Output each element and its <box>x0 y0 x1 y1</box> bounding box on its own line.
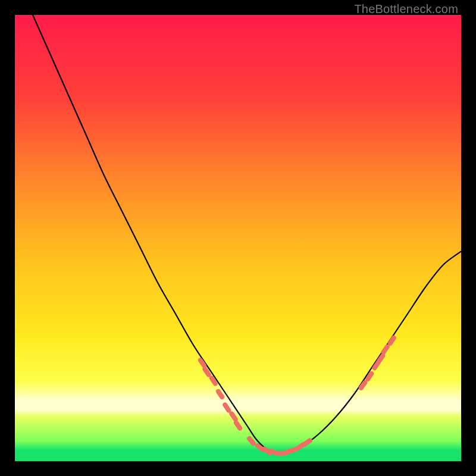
curve-marker <box>383 347 387 352</box>
curve-marker <box>205 369 208 374</box>
gradient-background <box>15 15 461 461</box>
curve-marker <box>379 356 383 361</box>
curve-marker <box>249 439 253 444</box>
curve-marker <box>201 360 204 365</box>
curve-marker <box>305 440 310 444</box>
curve-marker <box>368 374 371 379</box>
curve-marker <box>218 392 222 397</box>
chart-frame <box>15 15 461 461</box>
curve-marker <box>390 338 394 343</box>
curve-marker <box>374 362 378 368</box>
bottleneck-chart <box>15 15 461 461</box>
curve-marker <box>231 414 235 419</box>
curve-marker <box>236 422 240 428</box>
curve-marker <box>361 383 365 388</box>
attribution-text: TheBottleneck.com <box>354 2 458 16</box>
curve-marker <box>212 378 215 383</box>
curve-marker <box>225 405 228 410</box>
